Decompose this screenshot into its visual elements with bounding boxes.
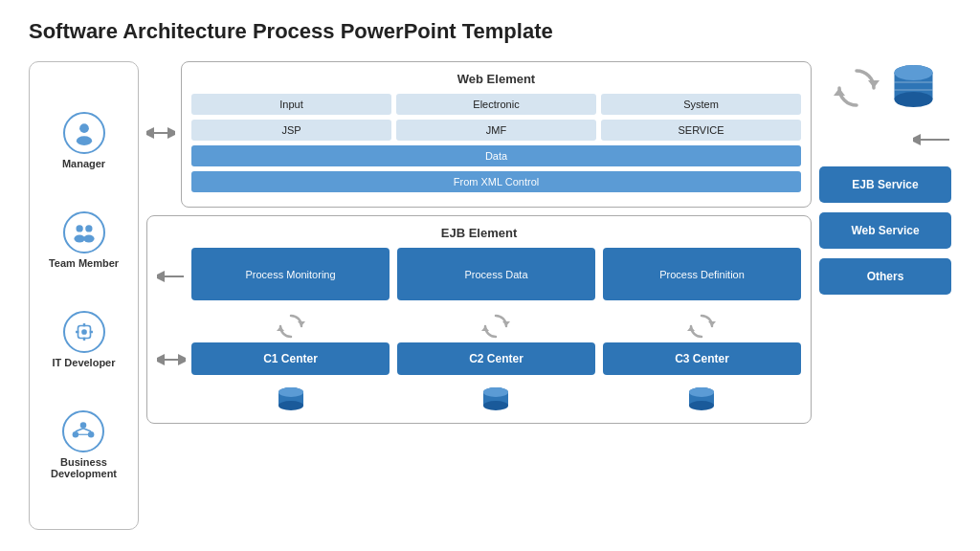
ejb-right-arrow <box>913 131 951 148</box>
c2-center: C2 Center <box>397 342 595 375</box>
sync-icons <box>832 61 940 114</box>
web-cell-input: Input <box>191 94 391 115</box>
manager-icon <box>72 121 97 145</box>
ejb-element-title: EJB Element <box>157 226 801 240</box>
web-element-row: Web Element Input Electronic System JSP … <box>146 61 812 208</box>
c-center-cells: C1 Center C2 Center C3 Center <box>191 342 801 375</box>
svg-point-43 <box>894 92 932 107</box>
svg-point-4 <box>74 234 84 242</box>
svg-marker-40 <box>834 88 845 96</box>
ejb-cell-process-data: Process Data <box>397 248 595 300</box>
others-btn[interactable]: Others <box>819 258 951 295</box>
web-cell-system: System <box>601 94 801 115</box>
svg-marker-24 <box>708 321 716 326</box>
svg-marker-20 <box>298 321 305 326</box>
svg-marker-22 <box>502 321 510 326</box>
center-panels: Web Element Input Electronic System JSP … <box>146 61 812 530</box>
c1-center: C1 Center <box>191 342 390 375</box>
c-centers-row: C1 Center C2 Center C3 Center <box>157 342 801 381</box>
team-member-icon <box>72 220 97 245</box>
left-sidebar: Manager Team Member <box>29 61 139 530</box>
svg-point-0 <box>79 123 89 133</box>
web-element-box: Web Element Input Electronic System JSP … <box>181 61 812 208</box>
svg-point-33 <box>483 401 508 410</box>
ejb-cells: Process Monitoring Process Data Process … <box>191 248 801 300</box>
role-manager: Manager <box>62 112 105 169</box>
cycle-icon-3 <box>602 312 801 339</box>
ejb-arrow <box>157 268 186 289</box>
business-dev-icon <box>71 419 96 444</box>
web-cell-service: SERVICE <box>601 120 801 141</box>
slide: Software Architecture Process PowerPoint… <box>0 0 980 551</box>
svg-point-30 <box>278 387 303 397</box>
db-icons-row <box>191 386 801 413</box>
svg-marker-21 <box>277 326 284 331</box>
cycle-arrows-row <box>191 312 801 339</box>
cycle-icon-1 <box>191 312 390 339</box>
it-developer-label: IT Developer <box>52 357 115 368</box>
web-element-title: Web Element <box>191 72 801 86</box>
svg-point-12 <box>80 422 87 429</box>
it-developer-icon-circle <box>63 311 105 353</box>
svg-rect-9 <box>82 338 84 341</box>
web-cell-data: Data <box>191 145 801 166</box>
sync-icon <box>832 63 881 113</box>
c3-center: C3 Center <box>603 342 801 375</box>
svg-line-16 <box>83 429 91 431</box>
role-it-developer: IT Developer <box>52 311 115 368</box>
role-business-dev: BusinessDevelopment <box>51 410 117 479</box>
sync-area <box>819 61 951 114</box>
cycle-icon-2 <box>396 312 595 339</box>
svg-marker-23 <box>481 326 489 331</box>
svg-point-1 <box>76 136 91 145</box>
role-team-member: Team Member <box>49 211 119 269</box>
web-cell-jsp: JSP <box>191 120 391 141</box>
web-grid-row1: Input Electronic System <box>191 94 801 115</box>
svg-point-37 <box>689 401 714 410</box>
web-cell-jmf: JMF <box>396 120 596 141</box>
svg-point-44 <box>894 65 932 80</box>
db-big-icon <box>887 61 940 114</box>
svg-rect-11 <box>89 331 92 333</box>
team-member-icon-circle <box>63 211 105 253</box>
web-service-btn[interactable]: Web Service <box>819 212 951 249</box>
right-panels: EJB Service Web Service Others <box>819 61 951 530</box>
web-cell-xml: From XML Control <box>191 171 801 192</box>
ejb-row: Process Monitoring Process Data Process … <box>157 248 801 308</box>
svg-point-3 <box>85 225 92 231</box>
ejb-cell-process-definition: Process Definition <box>603 248 801 300</box>
svg-rect-10 <box>76 331 78 333</box>
svg-point-5 <box>83 234 94 242</box>
ejb-right-arrow-area <box>819 131 951 148</box>
db-icon-3 <box>602 386 801 413</box>
svg-rect-8 <box>82 323 84 326</box>
db-icon-2 <box>396 386 595 413</box>
right-service-area: EJB Service Web Service Others <box>819 166 951 295</box>
it-developer-icon <box>72 320 97 344</box>
manager-label: Manager <box>62 158 105 169</box>
svg-marker-25 <box>687 326 695 331</box>
svg-line-15 <box>76 429 83 431</box>
svg-point-29 <box>278 401 303 410</box>
web-cell-electronic: Electronic <box>396 94 596 115</box>
web-arrow <box>146 124 175 145</box>
ejb-cell-process-monitoring: Process Monitoring <box>191 248 390 300</box>
svg-point-34 <box>483 387 508 397</box>
c-centers-arrow <box>157 351 186 372</box>
manager-icon-circle <box>63 112 105 154</box>
main-content: Manager Team Member <box>29 61 951 530</box>
business-dev-label: BusinessDevelopment <box>51 456 117 479</box>
team-member-label: Team Member <box>49 257 119 269</box>
db-icon-1 <box>191 386 390 413</box>
business-dev-icon-circle <box>62 410 104 452</box>
ejb-service-btn[interactable]: EJB Service <box>819 166 951 203</box>
svg-point-2 <box>76 225 82 231</box>
web-grid-row2: JSP JMF SERVICE <box>191 120 801 141</box>
svg-marker-39 <box>868 80 880 88</box>
svg-point-38 <box>689 387 714 397</box>
ejb-element-box: EJB Element Process Monitoring Process D… <box>146 215 812 424</box>
svg-point-7 <box>81 329 87 335</box>
page-title: Software Architecture Process PowerPoint… <box>29 19 951 44</box>
